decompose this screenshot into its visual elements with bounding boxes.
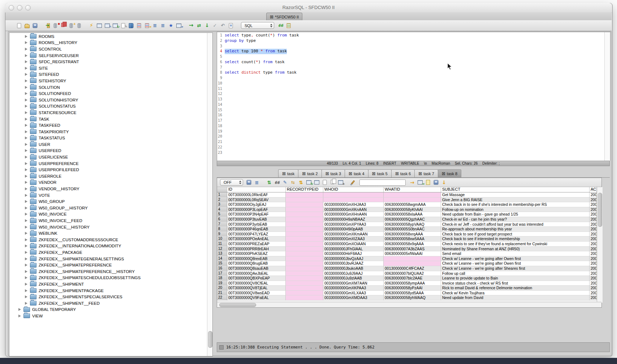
tree-item[interactable]: W50_INVOICE__FEED <box>9 217 207 224</box>
new-file-icon[interactable] <box>16 22 22 29</box>
table-cell[interactable]: 200 <box>590 217 597 222</box>
table-cell[interactable]: 0033000000GmXHnAAN <box>323 212 384 217</box>
tree-item[interactable]: ZKFEDEX__SHIPMENTPACKAGE <box>9 287 207 294</box>
disclosure-triangle-icon[interactable] <box>25 124 27 127</box>
table-cell[interactable]: Check back to see if good target prospec… <box>441 232 590 237</box>
notes-icon[interactable] <box>425 179 431 186</box>
table-cell[interactable]: 00T3000000P46qnEAB <box>227 227 286 232</box>
tree-item[interactable]: ZKFEDEX__SHIPMENTSPECIALSERVICES <box>9 294 207 300</box>
table-cell[interactable]: 0033000000GmXKnAAN <box>323 207 384 212</box>
tree-item[interactable]: ZKFEDEX__SHIPMENT__FEED <box>9 300 207 307</box>
table-cell[interactable]: 200 <box>590 242 597 247</box>
window-titlebar[interactable]: RazorSQL - SFDCW50 II <box>5 3 612 13</box>
execute-lightning-icon[interactable]: ⚡ <box>89 22 94 29</box>
copy-results-icon[interactable] <box>330 179 336 186</box>
table-cell[interactable] <box>286 207 323 212</box>
table-cell[interactable]: Check w/ Kevin Tsujihara <box>441 291 590 296</box>
table-cell[interactable]: 00T3000000QV9FaEAL <box>227 295 286 300</box>
table-row[interactable]: 1900T3000000QV8CfEAL0033000000GmXM7AAN00… <box>217 281 597 286</box>
table-cell[interactable]: 006300000058yKhAAI <box>384 207 441 212</box>
disclosure-triangle-icon[interactable] <box>25 143 27 146</box>
row-number-cell[interactable]: 3 <box>217 202 227 207</box>
table-cell[interactable]: 200 <box>590 271 597 276</box>
table-cell[interactable]: Give Jenn a BIG RAISE <box>441 198 590 203</box>
table-cell[interactable]: 200 <box>590 227 597 232</box>
disclosure-triangle-icon[interactable] <box>25 175 27 178</box>
fetch-next-icon[interactable]: ↓ <box>204 22 210 29</box>
table-cell[interactable]: 200 <box>590 266 597 271</box>
row-number-cell[interactable]: 9 <box>217 232 227 237</box>
table-cell[interactable] <box>286 291 323 296</box>
disclosure-triangle-icon[interactable] <box>25 251 27 254</box>
disclosure-triangle-icon[interactable] <box>25 226 27 229</box>
table-cell[interactable] <box>286 247 323 252</box>
tree-item[interactable]: W50_GROUP <box>9 198 207 205</box>
table-cell[interactable]: 0033000000JbukoAAB <box>323 266 384 271</box>
table-cell[interactable]: 0033000000GmXIZAA3 <box>323 237 384 242</box>
minimize-window-icon[interactable] <box>17 5 22 10</box>
table-cell[interactable]: Need update from Bain - gave go ahead 1/… <box>441 212 590 217</box>
tree-item[interactable]: SFDC_REGISTRANT <box>9 58 207 65</box>
tree-item[interactable]: W50_INVOICE <box>9 211 207 218</box>
table-cell[interactable]: 0033000000H9i0pAAB <box>323 227 384 232</box>
table-row[interactable]: 600T3000000P3tuvEAB0033000000H9aNBAAZ006… <box>217 217 597 222</box>
table-cell[interactable]: Get Massage <box>441 192 590 198</box>
disclosure-triangle-icon[interactable] <box>25 118 27 121</box>
table-cell[interactable]: 00T3000000OiyJgEAJ <box>227 202 286 207</box>
table-cell[interactable]: Re-approach about membership this year <box>441 227 590 232</box>
table-cell[interactable]: 00T3000000QAeJbEAL <box>227 271 286 276</box>
table-cell[interactable]: 00630000007blc2AAE <box>384 276 441 281</box>
disclosure-triangle-icon[interactable] <box>25 244 27 247</box>
table-cell[interactable] <box>323 198 384 203</box>
row-number-cell[interactable]: 22 <box>217 295 227 300</box>
code-text[interactable]: select distinct type from task <box>225 70 297 75</box>
result-tab[interactable]: ⊠task 8 <box>438 169 461 177</box>
table-cell[interactable] <box>384 261 441 266</box>
table-cell[interactable]: 00630000005S0bnAAC <box>384 227 441 232</box>
table-cell[interactable]: 006300000058xlaAAA <box>384 212 441 217</box>
table-cell[interactable] <box>323 192 384 198</box>
table-cell[interactable] <box>286 212 323 217</box>
table-cell[interactable]: 0033000000Ju9zlAAB <box>323 276 384 281</box>
tree-item[interactable]: ZKFEDEX__PACKAGE <box>9 249 207 256</box>
table-cell[interactable]: Leanne to provide update to Bain <box>441 276 590 281</box>
table-cell[interactable]: Need update from David <box>441 295 590 300</box>
query-builder-icon[interactable]: ≣ <box>160 22 166 29</box>
table-cell[interactable]: 00T3000000PREZaEAP <box>227 242 286 247</box>
table-row[interactable]: 2000T3000000QV8TjEAL0033000000GmXKPAA300… <box>217 286 597 291</box>
disclosure-triangle-icon[interactable] <box>25 270 27 273</box>
table-cell[interactable]: 200 <box>590 295 597 300</box>
code-text[interactable]: group by type <box>225 38 256 44</box>
table-cell[interactable]: 0033000000JbvQzAAJ <box>323 256 384 261</box>
code-text[interactable]: select top 100 * from task <box>225 49 287 54</box>
tree-item[interactable]: WEBLINK <box>9 230 207 237</box>
table-cell[interactable] <box>384 198 441 203</box>
result-tab[interactable]: ⊠task 6 <box>391 169 415 177</box>
table-cell[interactable]: 0033000000Ju9J9AAJ <box>323 271 384 276</box>
format-sql-icon[interactable]: ≣ <box>152 22 158 29</box>
execute-all-icon[interactable]: ⇄ <box>196 22 202 29</box>
tree-item[interactable]: TASKFEED <box>9 122 207 129</box>
table-cell[interactable]: Send email <box>441 251 590 256</box>
tree-item[interactable]: SITE <box>9 65 207 72</box>
save-results-icon[interactable] <box>246 179 252 186</box>
table-cell[interactable] <box>286 217 323 222</box>
row-number-cell[interactable]: 14 <box>217 256 227 261</box>
tree-item[interactable]: ZKFEDEX__SHIPMATEPREFERENCE <box>9 262 207 268</box>
tab-close-icon[interactable]: ⊠ <box>418 172 422 176</box>
tab-close-icon[interactable]: ⊠ <box>270 15 273 19</box>
tree-item[interactable]: SCONTROL <box>9 46 207 52</box>
tree-item[interactable]: USERFEED <box>9 148 207 154</box>
disclosure-triangle-icon[interactable] <box>25 219 27 222</box>
row-number-cell[interactable]: 19 <box>217 281 227 286</box>
download-results-icon[interactable]: ↓ <box>441 179 447 186</box>
tree-item[interactable]: USERPREFERENCE <box>9 160 207 167</box>
table-cell[interactable]: 006300000058ympAAA <box>384 281 441 286</box>
disclosure-triangle-icon[interactable] <box>25 149 27 152</box>
table-cell[interactable]: 200 <box>590 198 597 203</box>
table-cell[interactable]: Follow up call <box>441 271 590 276</box>
table-cell[interactable]: 00T3000000Q8rexEAB <box>227 256 286 261</box>
editor-vertical-scrollbar[interactable] <box>604 32 610 161</box>
table-cell[interactable]: 00T3000000PRR8rEAH <box>227 247 286 252</box>
table-cell[interactable]: 00T3000000Q8rugEAB <box>227 261 286 266</box>
